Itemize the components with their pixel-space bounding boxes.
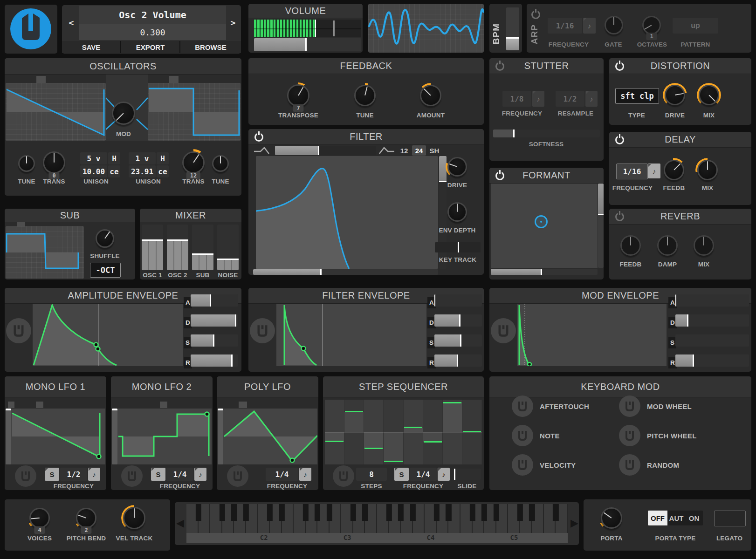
white-key[interactable]	[401, 504, 413, 533]
lfo1-amplitude-slider[interactable]	[6, 409, 11, 464]
lfo1-mod-button[interactable]	[15, 465, 36, 487]
lfo1-sync-button[interactable]: S	[45, 468, 59, 481]
lfo2-mod-button[interactable]	[121, 465, 143, 487]
mod-env-decay-slider[interactable]	[675, 314, 749, 327]
sub-shuffle-knob[interactable]	[94, 227, 116, 250]
stutter-frequency-note-icon[interactable]: ♪	[532, 91, 544, 107]
poly-lfo-wave-display[interactable]	[218, 409, 317, 464]
reverb-power-button[interactable]	[615, 212, 624, 221]
sub-octave-button[interactable]: -OCT	[90, 263, 121, 278]
random-mod-button[interactable]	[619, 454, 640, 476]
helm-logo[interactable]	[9, 7, 53, 53]
sub-wave-display[interactable]	[6, 226, 84, 279]
filter-sh-button[interactable]: SH	[427, 145, 441, 156]
porta-type-off[interactable]: OFF	[648, 511, 667, 525]
distortion-drive-knob[interactable]	[663, 83, 687, 107]
amp-env-decay-slider[interactable]	[191, 314, 238, 327]
white-key[interactable]	[282, 504, 294, 533]
osc1-tune-knob[interactable]	[16, 153, 37, 174]
step-sequencer-mod-button[interactable]	[333, 465, 354, 487]
arp-frequency-value[interactable]: 1/16	[548, 18, 582, 34]
mod-env-mod-button[interactable]	[491, 318, 516, 343]
white-key[interactable]	[377, 504, 389, 533]
osc2-wave-display[interactable]	[148, 83, 241, 141]
stutter-resample-value[interactable]: 1/2	[556, 91, 584, 107]
amp-env-display[interactable]	[33, 304, 183, 366]
white-key[interactable]	[186, 504, 199, 533]
osc2-tune-knob[interactable]	[210, 153, 231, 174]
velocity-mod-button[interactable]	[512, 454, 533, 476]
white-key[interactable]	[365, 504, 377, 533]
mod-wheel-mod-button[interactable]	[619, 395, 640, 417]
patch-name[interactable]: Osc 2 Volume	[79, 6, 226, 24]
stutter-power-button[interactable]	[495, 62, 504, 71]
white-key[interactable]	[413, 504, 425, 533]
white-key[interactable]	[473, 504, 485, 533]
lfo1-note-icon[interactable]: ♪	[88, 468, 100, 481]
osc1-harmonize-button[interactable]: H	[108, 152, 120, 164]
osc2-phase-handle[interactable]	[169, 76, 179, 83]
osc2-unison-detune[interactable]: 23.91	[129, 165, 156, 177]
white-key[interactable]	[222, 504, 234, 533]
vel-track-knob[interactable]	[121, 505, 147, 531]
white-key[interactable]	[317, 504, 330, 533]
osc2-harmonize-button[interactable]: H	[157, 152, 169, 164]
bpm-slider[interactable]	[506, 7, 519, 50]
seq-step-2[interactable]	[344, 400, 364, 464]
mixer-noise-slider[interactable]	[217, 225, 239, 270]
white-key[interactable]	[270, 504, 282, 533]
lfo1-wave-display[interactable]	[6, 409, 105, 464]
delay-feedback-knob[interactable]	[662, 158, 686, 182]
white-key[interactable]	[448, 504, 460, 533]
distortion-power-button[interactable]	[615, 62, 624, 71]
seq-step-3[interactable]	[364, 400, 384, 464]
pitch-wheel-mod-button[interactable]	[619, 425, 640, 446]
osc1-unison-detune[interactable]: 10.00	[80, 165, 107, 177]
filter-env-attack-slider[interactable]	[434, 294, 482, 307]
formant-xy-handle[interactable]	[535, 215, 548, 228]
seq-step-8[interactable]	[462, 400, 482, 464]
step-sequencer-slide-slider[interactable]	[453, 469, 481, 480]
filter-env-release-slider[interactable]	[434, 354, 482, 367]
formant-x-slider[interactable]	[491, 269, 598, 275]
poly-lfo-note-icon[interactable]: ♪	[299, 468, 311, 481]
arp-gate-knob[interactable]	[603, 14, 625, 36]
feedback-tune-knob[interactable]	[352, 83, 378, 108]
feedback-amount-knob[interactable]	[418, 83, 443, 108]
white-key[interactable]	[520, 504, 532, 533]
white-key[interactable]	[341, 504, 353, 533]
lfo1-frequency-value[interactable]: 1/2	[60, 468, 87, 481]
lfo2-note-icon[interactable]: ♪	[194, 468, 206, 481]
poly-lfo-mod-button[interactable]	[227, 465, 248, 487]
white-key[interactable]	[199, 504, 211, 533]
step-sequencer-grid[interactable]	[325, 400, 482, 464]
poly-lfo-amplitude-slider[interactable]	[218, 409, 223, 464]
lfo2-amplitude-slider[interactable]	[112, 409, 117, 464]
filter-power-button[interactable]	[254, 133, 263, 142]
amp-env-mod-button[interactable]	[6, 318, 31, 343]
poly-lfo-frequency-value[interactable]: 1/4	[266, 468, 298, 481]
sub-phase-handle[interactable]	[17, 222, 25, 226]
white-key[interactable]	[437, 504, 449, 533]
arp-pattern-value[interactable]: up	[673, 18, 718, 34]
aftertouch-mod-button[interactable]	[512, 395, 533, 417]
stutter-frequency-value[interactable]: 1/8	[502, 91, 531, 107]
step-sequencer-frequency-value[interactable]: 1/4	[410, 468, 437, 481]
porta-type-on[interactable]: ON	[685, 511, 703, 525]
delay-frequency-value[interactable]: 1/16	[616, 164, 648, 179]
white-key[interactable]	[484, 504, 496, 533]
seq-step-1[interactable]	[325, 400, 344, 464]
white-key[interactable]	[389, 504, 401, 533]
filter-24db-button[interactable]: 24	[412, 145, 426, 156]
legato-toggle[interactable]	[714, 511, 746, 526]
osc1-wave-display[interactable]	[6, 83, 106, 141]
reverb-damp-knob[interactable]	[655, 233, 680, 258]
porta-knob[interactable]	[599, 505, 624, 531]
reverb-mix-knob[interactable]	[692, 233, 716, 258]
filter-env-sustain-slider[interactable]	[434, 334, 482, 347]
white-key[interactable]	[258, 504, 270, 533]
save-button[interactable]: SAVE	[62, 41, 121, 53]
white-key[interactable]	[246, 504, 258, 533]
amp-env-attack-slider[interactable]	[191, 294, 238, 307]
keyboard-scroll-left-icon[interactable]: ◀	[176, 517, 184, 529]
